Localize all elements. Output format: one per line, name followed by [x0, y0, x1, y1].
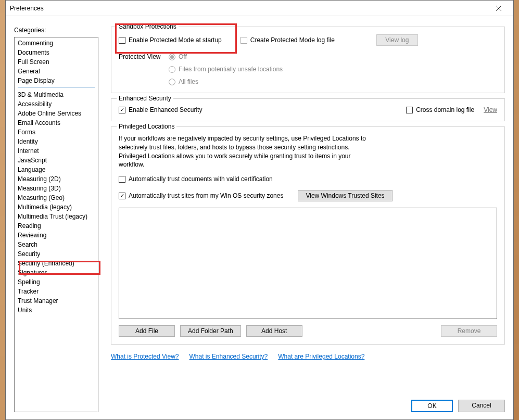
pv-off-label: Off	[179, 53, 187, 60]
preferences-window: Preferences Categories: CommentingDocume…	[5, 0, 514, 420]
sandbox-protections-group: Sandbox Protections Enable Protected Mod…	[111, 27, 505, 93]
privileged-locations-list[interactable]	[119, 208, 497, 319]
category-item[interactable]: Multimedia (legacy)	[15, 202, 98, 212]
auto-trust-zones-label: Automatically trust sites from my Win OS…	[129, 192, 283, 199]
category-item[interactable]: Full Screen	[15, 57, 98, 67]
enable-enhanced-security-checkbox[interactable]: ✓	[119, 107, 125, 113]
category-item[interactable]: Reading	[15, 221, 98, 231]
category-item[interactable]: Identity	[15, 137, 98, 146]
privileged-legend: Privileged Locations	[117, 123, 176, 130]
add-file-button[interactable]: Add File	[119, 325, 175, 337]
category-item[interactable]: Trust Manager	[15, 296, 98, 306]
category-item[interactable]: Tracker	[15, 287, 98, 296]
remove-button[interactable]: Remove	[441, 325, 497, 337]
category-divider	[18, 87, 95, 88]
category-item[interactable]: Signatures	[15, 268, 98, 277]
add-folder-button[interactable]: Add Folder Path	[180, 325, 241, 337]
auto-trust-cert-checkbox[interactable]	[119, 176, 125, 183]
category-item[interactable]: Security	[15, 249, 98, 259]
category-item[interactable]: Documents	[15, 48, 98, 57]
category-item[interactable]: Adobe Online Services	[15, 109, 98, 118]
view-cross-domain-link[interactable]: View	[484, 106, 497, 113]
category-item[interactable]: Internet	[15, 146, 98, 156]
view-log-button[interactable]: View log	[376, 34, 418, 46]
close-button[interactable]	[488, 1, 509, 16]
sandbox-legend: Sandbox Protections	[117, 23, 179, 30]
category-item[interactable]: Email Accounts	[15, 118, 98, 128]
category-item[interactable]: Accessibility	[15, 99, 98, 109]
create-log-label: Create Protected Mode log file	[250, 36, 335, 44]
category-item[interactable]: Measuring (2D)	[15, 174, 98, 184]
category-item[interactable]: Language	[15, 165, 98, 174]
cancel-button[interactable]: Cancel	[458, 400, 505, 412]
create-log-checkbox[interactable]	[240, 37, 247, 44]
enhanced-security-group: Enhanced Security ✓ Enable Enhanced Secu…	[111, 98, 505, 121]
privileged-help-text: If your workflows are negatively impacte…	[119, 134, 369, 169]
view-trusted-sites-button[interactable]: View Windows Trusted Sites	[298, 190, 392, 201]
what-are-privileged-locations-link[interactable]: What are Privileged Locations?	[278, 353, 364, 360]
category-item[interactable]: Reviewing	[15, 231, 98, 240]
category-item-security-enhanced[interactable]: Security (Enhanced)	[15, 259, 98, 268]
category-item[interactable]: Measuring (3D)	[15, 184, 98, 193]
titlebar: Preferences	[6, 1, 513, 16]
pv-all-radio[interactable]	[169, 79, 175, 85]
category-item[interactable]: 3D & Multimedia	[15, 90, 98, 99]
protected-view-label: Protected View	[119, 53, 169, 85]
category-item[interactable]: Search	[15, 240, 98, 249]
cross-domain-log-checkbox[interactable]	[406, 107, 413, 113]
pv-unsafe-label: Files from potentially unsafe locations	[179, 66, 283, 73]
categories-label: Categories:	[14, 27, 98, 34]
category-item[interactable]: JavaScript	[15, 156, 98, 165]
category-item[interactable]: Multimedia Trust (legacy)	[15, 212, 98, 221]
auto-trust-cert-label: Automatically trust documents with valid…	[129, 175, 273, 183]
close-icon	[496, 6, 501, 11]
category-item[interactable]: Forms	[15, 128, 98, 137]
window-title: Preferences	[10, 5, 488, 12]
what-is-enhanced-security-link[interactable]: What is Enhanced Security?	[189, 353, 268, 360]
category-item[interactable]: Page Display	[15, 76, 98, 85]
auto-trust-zones-checkbox[interactable]: ✓	[119, 193, 125, 199]
pv-all-label: All files	[179, 78, 198, 85]
add-host-button[interactable]: Add Host	[246, 325, 302, 337]
enable-protected-mode-checkbox[interactable]	[119, 37, 125, 44]
categories-list[interactable]: CommentingDocumentsFull ScreenGeneralPag…	[14, 37, 98, 412]
enhanced-legend: Enhanced Security	[117, 95, 173, 102]
category-item[interactable]: Measuring (Geo)	[15, 193, 98, 202]
ok-button[interactable]: OK	[411, 400, 453, 412]
pv-off-radio[interactable]	[169, 54, 175, 60]
category-item[interactable]: Spelling	[15, 277, 98, 287]
enable-enhanced-security-label: Enable Enhanced Security	[129, 106, 202, 113]
what-is-protected-view-link[interactable]: What is Protected View?	[111, 353, 179, 360]
privileged-locations-group: Privileged Locations If your workflows a…	[111, 126, 505, 345]
cross-domain-log-label: Cross domain log file	[416, 106, 474, 113]
category-item[interactable]: Units	[15, 306, 98, 315]
category-item[interactable]: Commenting	[15, 39, 98, 48]
enable-protected-mode-label: Enable Protected Mode at startup	[129, 36, 222, 44]
category-item[interactable]: General	[15, 67, 98, 76]
pv-unsafe-radio[interactable]	[169, 66, 175, 73]
